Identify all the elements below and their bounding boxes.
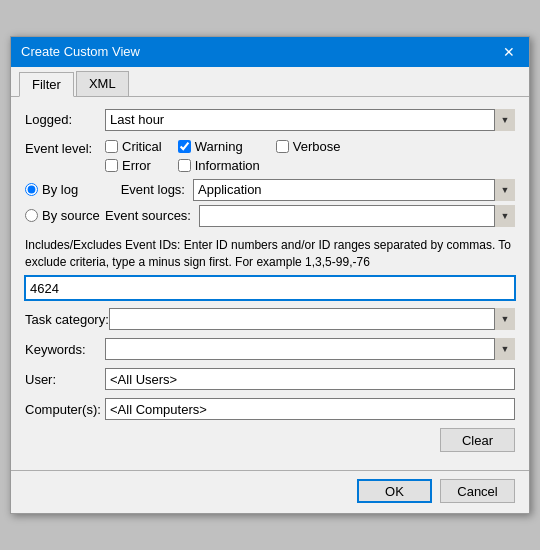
warning-checkbox[interactable]: [178, 140, 191, 153]
logged-row: Logged: Last hour Last 30 minutes Last 1…: [25, 109, 515, 131]
critical-label: Critical: [122, 139, 162, 154]
user-label: User:: [25, 372, 105, 387]
verbose-checkbox[interactable]: [276, 140, 289, 153]
computers-input[interactable]: [105, 398, 515, 420]
event-level-row: Event level: Critical Warning Verbose Er…: [25, 139, 515, 173]
task-category-row: Task category:: [25, 308, 515, 330]
event-sources-label: Event sources:: [105, 208, 191, 223]
error-checkbox-item: Error: [105, 158, 162, 173]
error-checkbox[interactable]: [105, 159, 118, 172]
event-sources-row: Event sources:: [105, 205, 515, 227]
logged-label: Logged:: [25, 112, 105, 127]
description-text: Includes/Excludes Event IDs: Enter ID nu…: [25, 237, 515, 271]
dialog-title: Create Custom View: [21, 44, 140, 59]
tab-bar: Filter XML: [11, 67, 529, 97]
task-category-select-wrapper: [109, 308, 515, 330]
event-id-input[interactable]: [25, 276, 515, 300]
warning-label: Warning: [195, 139, 243, 154]
filter-content: Logged: Last hour Last 30 minutes Last 1…: [11, 97, 529, 471]
event-logs-select-wrapper: Application: [193, 179, 515, 201]
clear-button[interactable]: Clear: [440, 428, 515, 452]
verbose-label: Verbose: [293, 139, 341, 154]
dialog-button-row: OK Cancel: [11, 470, 529, 513]
event-sources-select-wrapper: [199, 205, 515, 227]
event-level-label: Event level:: [25, 139, 105, 156]
event-logs-label: Event logs:: [105, 182, 185, 197]
critical-checkbox[interactable]: [105, 140, 118, 153]
verbose-checkbox-item: Verbose: [276, 139, 341, 154]
title-bar: Create Custom View ✕: [11, 37, 529, 67]
dialog: Create Custom View ✕ Filter XML Logged: …: [10, 36, 530, 515]
by-source-radio-label: By source: [25, 208, 105, 223]
logged-select-wrapper: Last hour Last 30 minutes Last 12 hours …: [105, 109, 515, 131]
keywords-label: Keywords:: [25, 342, 105, 357]
information-label: Information: [195, 158, 260, 173]
by-source-radio[interactable]: [25, 209, 38, 222]
tab-filter[interactable]: Filter: [19, 72, 74, 97]
tab-xml[interactable]: XML: [76, 71, 129, 96]
ok-button[interactable]: OK: [357, 479, 432, 503]
by-source-row: By source Event sources:: [25, 205, 515, 227]
clear-row: Clear: [25, 428, 515, 452]
user-row: User:: [25, 368, 515, 390]
warning-checkbox-item: Warning: [178, 139, 260, 154]
logged-select[interactable]: Last hour Last 30 minutes Last 12 hours …: [105, 109, 515, 131]
cancel-button[interactable]: Cancel: [440, 479, 515, 503]
by-log-row: By log Event logs: Application: [25, 179, 515, 201]
critical-checkbox-item: Critical: [105, 139, 162, 154]
by-log-label: By log: [42, 182, 78, 197]
keywords-row: Keywords:: [25, 338, 515, 360]
information-checkbox[interactable]: [178, 159, 191, 172]
computers-label: Computer(s):: [25, 402, 105, 417]
by-source-label: By source: [42, 208, 100, 223]
close-button[interactable]: ✕: [499, 42, 519, 62]
user-input[interactable]: [105, 368, 515, 390]
by-log-radio[interactable]: [25, 183, 38, 196]
log-source-section: By log Event logs: Application By source: [25, 179, 515, 227]
event-sources-select[interactable]: [199, 205, 515, 227]
task-category-label: Task category:: [25, 312, 109, 327]
by-log-radio-label: By log: [25, 182, 105, 197]
event-level-checkboxes: Critical Warning Verbose Error Informati…: [105, 139, 340, 173]
event-logs-row: Event logs: Application: [105, 179, 515, 201]
event-logs-select[interactable]: Application: [193, 179, 515, 201]
keywords-select-wrapper: [105, 338, 515, 360]
error-label: Error: [122, 158, 151, 173]
information-checkbox-item: Information: [178, 158, 260, 173]
computers-row: Computer(s):: [25, 398, 515, 420]
keywords-select[interactable]: [105, 338, 515, 360]
task-category-select[interactable]: [109, 308, 515, 330]
